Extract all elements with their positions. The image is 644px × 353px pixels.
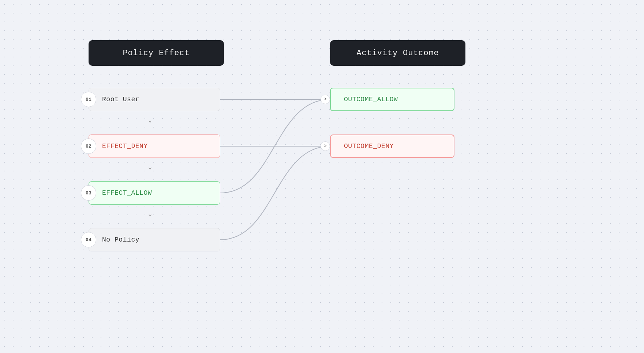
policy-node-no-policy[interactable]: 04 No Policy	[89, 228, 220, 251]
canvas: Policy Effect Activity Outcome 01 Root U…	[0, 0, 644, 353]
node-label-effect-deny: EFFECT_DENY	[102, 143, 148, 150]
activity-outcome-header: Activity Outcome	[330, 40, 465, 66]
node-badge-01: 01	[81, 92, 96, 107]
policy-effect-title: Policy Effect	[123, 49, 190, 58]
policy-node-effect-allow[interactable]: 03 EFFECT_ALLOW	[89, 181, 220, 205]
chevron-connector-1: ⌄	[146, 116, 154, 125]
outcome-label-deny: OUTCOME_DENY	[344, 143, 394, 150]
outcome-node-deny[interactable]: > OUTCOME_DENY	[330, 134, 454, 158]
node-badge-03: 03	[81, 185, 96, 201]
node-badge-02: 02	[81, 138, 96, 154]
activity-outcome-title: Activity Outcome	[356, 49, 439, 58]
policy-node-root-user[interactable]: 01 Root User	[89, 88, 220, 111]
node-label-effect-allow: EFFECT_ALLOW	[102, 189, 152, 197]
node-label-no-policy: No Policy	[102, 236, 139, 243]
outcome-label-allow: OUTCOME_ALLOW	[344, 96, 398, 103]
outcome-arrow-allow: >	[321, 95, 330, 104]
policy-effect-header: Policy Effect	[89, 40, 224, 66]
policy-node-effect-deny[interactable]: 02 EFFECT_DENY	[89, 134, 220, 158]
outcome-arrow-deny: >	[321, 141, 330, 151]
node-badge-04: 04	[81, 232, 96, 247]
outcome-node-allow[interactable]: > OUTCOME_ALLOW	[330, 88, 454, 111]
chevron-connector-2: ⌄	[146, 163, 154, 171]
chevron-connector-3: ⌄	[146, 209, 154, 218]
node-label-root-user: Root User	[102, 96, 139, 103]
